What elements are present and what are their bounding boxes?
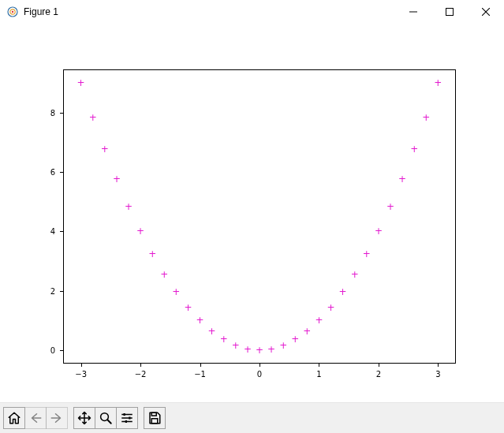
data-marker: + <box>398 174 406 184</box>
ytick-mark <box>60 350 63 351</box>
ytick-label: 2 <box>50 286 60 295</box>
xtick-label: −2 <box>135 370 147 379</box>
xtick-label: −3 <box>75 370 87 379</box>
data-marker: + <box>375 226 383 236</box>
toolbar-separator <box>137 407 144 429</box>
data-marker: + <box>291 334 299 344</box>
svg-line-8 <box>107 420 111 424</box>
xtick-mark <box>319 364 319 367</box>
svg-rect-16 <box>151 419 158 424</box>
data-marker: + <box>422 113 430 122</box>
save-button[interactable] <box>144 407 166 429</box>
data-marker: + <box>363 249 371 259</box>
xtick-label: 2 <box>376 370 381 379</box>
xtick-mark <box>379 364 379 367</box>
matplotlib-toolbar <box>0 402 504 433</box>
data-marker: + <box>279 341 287 350</box>
data-marker: + <box>196 315 204 325</box>
window-controls <box>395 0 504 24</box>
ytick-mark <box>60 172 63 173</box>
xtick-label: 1 <box>316 370 321 379</box>
pan-button[interactable] <box>73 407 95 429</box>
xtick-mark <box>259 364 260 367</box>
svg-rect-12 <box>124 413 125 416</box>
ytick-mark <box>60 291 63 292</box>
xtick-label: 0 <box>257 370 262 379</box>
data-marker: + <box>267 345 275 354</box>
data-marker: + <box>208 327 216 336</box>
data-marker: + <box>232 341 240 350</box>
ytick-label: 4 <box>50 227 60 236</box>
data-marker: + <box>244 345 252 354</box>
forward-button[interactable] <box>46 407 68 429</box>
xtick-label: −1 <box>194 370 206 379</box>
data-marker: + <box>125 202 133 211</box>
data-marker: + <box>136 226 144 236</box>
data-marker: + <box>89 113 97 122</box>
chart-axes <box>63 69 456 364</box>
close-button[interactable] <box>468 0 504 24</box>
back-button[interactable] <box>24 407 47 429</box>
data-marker: + <box>410 144 418 154</box>
window-title: Figure 1 <box>24 6 395 17</box>
configure-subplots-button[interactable] <box>116 407 138 429</box>
ytick-mark <box>60 113 63 114</box>
data-marker: + <box>160 270 168 279</box>
data-marker: + <box>327 303 335 312</box>
data-marker: + <box>148 249 156 259</box>
maximize-button[interactable] <box>431 0 468 24</box>
figure-canvas[interactable]: −3−2−1012302468+++++++++++++++++++++++++… <box>0 24 504 402</box>
xtick-mark <box>140 364 141 367</box>
data-marker: + <box>220 334 228 344</box>
svg-rect-13 <box>129 417 130 420</box>
svg-point-2 <box>12 11 13 13</box>
svg-rect-15 <box>151 412 156 416</box>
ytick-mark <box>60 231 63 232</box>
ytick-label: 6 <box>50 167 60 176</box>
svg-rect-14 <box>125 420 127 423</box>
data-marker: + <box>351 270 359 279</box>
data-marker: + <box>77 78 85 88</box>
ytick-label: 0 <box>50 346 60 355</box>
data-marker: + <box>434 78 442 88</box>
home-button[interactable] <box>3 407 25 429</box>
xtick-mark <box>200 364 201 367</box>
data-marker: + <box>386 202 394 211</box>
window-titlebar: Figure 1 <box>0 0 504 24</box>
data-marker: + <box>184 303 192 312</box>
app-icon <box>6 6 19 18</box>
data-marker: + <box>303 327 311 336</box>
svg-rect-4 <box>446 9 454 16</box>
ytick-label: 8 <box>50 108 60 117</box>
xtick-mark <box>438 364 439 367</box>
minimize-button[interactable] <box>395 0 431 24</box>
toolbar-separator <box>67 407 73 429</box>
xtick-mark <box>81 364 82 367</box>
data-marker: + <box>256 345 263 355</box>
data-marker: + <box>172 287 180 297</box>
zoom-button[interactable] <box>95 407 117 429</box>
data-marker: + <box>339 287 347 297</box>
xtick-label: 3 <box>435 370 440 379</box>
data-marker: + <box>315 315 323 325</box>
data-marker: + <box>101 144 109 154</box>
data-marker: + <box>113 174 121 184</box>
